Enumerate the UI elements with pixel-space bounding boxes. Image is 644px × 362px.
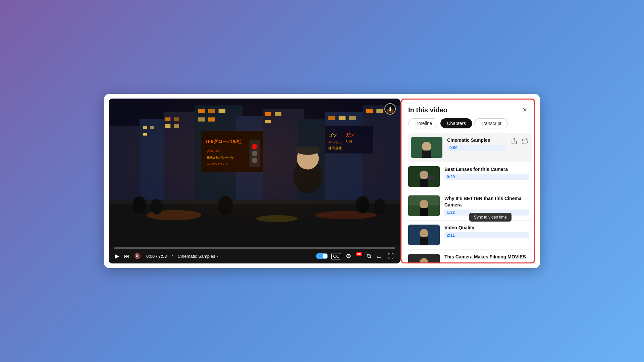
chapter-item-5[interactable]: This Camera Makes Filming MOVIES [408, 250, 532, 262]
chapter-name-2: Best Lenses for this Camera [444, 166, 529, 173]
chapter-item-2[interactable]: Best Lenses for this Camera 0:20 [408, 162, 532, 191]
chapter-item-3[interactable]: Why It's BETTER than this Cinema Camera … [408, 191, 532, 221]
miniplayer-button[interactable]: ⧉ [366, 252, 372, 260]
tab-chapters[interactable]: Chapters [440, 118, 472, 128]
panel-header: In this video × [401, 100, 534, 118]
chapter-name-3: Why It's BETTER than this Cinema Camera [444, 195, 529, 208]
svg-rect-63 [422, 150, 431, 158]
play-button[interactable]: ▶ [114, 252, 120, 260]
mute-button[interactable]: 🔇 [133, 253, 142, 259]
chapter-info-5: This Camera Makes Filming MOVIES [444, 254, 529, 260]
autoplay-pill[interactable] [316, 253, 328, 259]
tabs-row: Timeline Chapters Transcript [401, 118, 534, 133]
loop-button-1[interactable] [521, 137, 529, 147]
chapter-name-1: Cinematic Samples [447, 137, 505, 143]
chapter-thumb-5 [408, 254, 440, 262]
theater-button[interactable]: ▭ [375, 252, 383, 260]
chapter-name-5: This Camera Makes Filming MOVIES [444, 254, 529, 260]
hd-badge: HD [356, 252, 362, 256]
chapter-item-1[interactable]: Cinematic Samples 0:00 [408, 133, 532, 162]
chapter-thumb-3 [408, 195, 440, 216]
sync-tooltip[interactable]: Sync to video time [469, 213, 512, 222]
video-frame: THEグローバル社 global 株式会社グローバル コンサルティング ゴッ ガ… [109, 99, 400, 246]
chapter-info-3: Why It's BETTER than this Cinema Camera … [444, 195, 529, 216]
svg-point-62 [422, 142, 431, 151]
settings-button[interactable]: ⚙ [344, 252, 353, 260]
chapter-time-1: 0:00 [447, 145, 505, 151]
fullscreen-button[interactable]: ⛶ [386, 252, 395, 260]
tab-timeline[interactable]: Timeline [408, 118, 438, 128]
chapter-actions-1 [510, 137, 529, 147]
main-container: THEグローバル社 global 株式会社グローバル コンサルティング ゴッ ガ… [104, 94, 540, 268]
svg-rect-68 [428, 176, 434, 180]
chapter-label[interactable]: Cinematic Samples › [178, 254, 218, 259]
chapter-thumb-4 [408, 225, 440, 245]
info-button[interactable]: ℹ [384, 103, 396, 115]
chapter-info-4: Video Quality 2:11 [444, 225, 529, 238]
chapter-item-4[interactable]: Video Quality 2:11 [408, 221, 532, 250]
time-display: 0:00 / 7:53 [146, 254, 167, 259]
autoplay-toggle[interactable] [316, 253, 328, 259]
svg-rect-72 [420, 208, 428, 216]
controls-bar: ▶ ⏭ 🔇 0:00 / 7:53 • Cinematic Samples › … [109, 249, 400, 263]
chapter-name-4: Video Quality [444, 225, 529, 231]
chapters-list: Cinematic Samples 0:00 [401, 133, 534, 262]
next-button[interactable]: ⏭ [123, 253, 130, 259]
captions-button[interactable]: CC [331, 253, 341, 259]
svg-point-74 [420, 229, 428, 238]
chapter-info-2: Best Lenses for this Camera 0:20 [444, 166, 529, 180]
share-button-1[interactable] [510, 137, 518, 147]
chapter-time-4: 2:11 [444, 232, 529, 238]
tab-transcript[interactable]: Transcript [474, 118, 508, 128]
svg-rect-67 [420, 179, 428, 187]
progress-bar[interactable] [114, 247, 395, 249]
chapter-info-1: Cinematic Samples 0:00 [447, 137, 505, 151]
close-button[interactable]: × [522, 106, 528, 114]
video-player: THEグローバル社 global 株式会社グローバル コンサルティング ゴッ ガ… [109, 99, 400, 263]
svg-rect-60 [109, 99, 400, 246]
progress-row[interactable] [109, 246, 400, 249]
chapter-time-2: 0:20 [444, 174, 529, 180]
chapter-thumb-2 [408, 166, 440, 187]
svg-rect-75 [420, 237, 428, 245]
right-panel: In this video × Timeline Chapters Transc… [400, 99, 535, 263]
panel-title: In this video [408, 106, 447, 114]
svg-point-71 [420, 200, 428, 208]
chapter-thumb-1 [411, 137, 442, 158]
svg-point-66 [420, 171, 428, 179]
